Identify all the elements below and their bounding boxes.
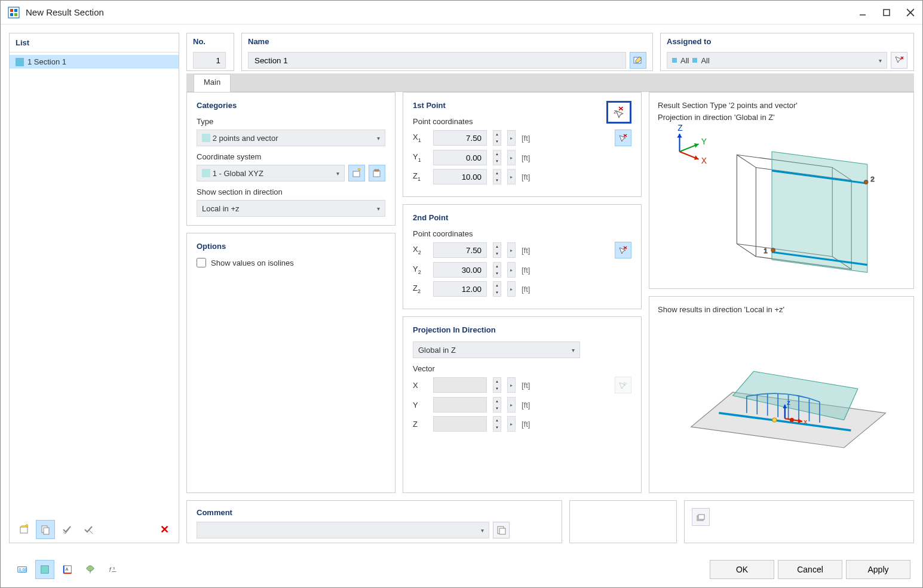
assigned-header: Assigned to	[661, 33, 913, 50]
new-item-button[interactable]	[14, 520, 33, 539]
no-field-box: No.	[186, 33, 234, 71]
p1-y-arrow[interactable]: ▸	[507, 150, 516, 165]
options-group: Options Show values on isolines	[186, 233, 395, 493]
close-button[interactable]	[906, 8, 915, 17]
point1-pick-in-view-button[interactable]: 2x	[606, 101, 631, 124]
check-button-2[interactable]	[79, 520, 98, 539]
assigned-swatch-1	[672, 58, 677, 63]
coord-lib-button[interactable]	[369, 165, 385, 181]
p2-y-input[interactable]	[433, 262, 487, 278]
empty-box	[569, 500, 677, 543]
name-field-box: Name	[241, 33, 653, 71]
name-edit-button[interactable]	[630, 52, 646, 69]
apply-button[interactable]: Apply	[846, 560, 910, 579]
vec-pick-button: 2x	[615, 377, 631, 393]
point1-sub: Point coordinates	[413, 117, 631, 126]
p1-x-spinner[interactable]: ▲▼	[493, 130, 501, 146]
tab-main[interactable]: Main	[194, 74, 231, 92]
p1-x-label: X1	[413, 133, 427, 143]
p2-x-arrow[interactable]: ▸	[507, 242, 516, 258]
projection-group: Projection In Direction Global in Z ▾ Ve…	[403, 316, 642, 493]
p2-y-arrow[interactable]: ▸	[507, 262, 516, 278]
maximize-button[interactable]	[882, 8, 891, 17]
preview-1-line1: Result Section Type '2 points and vector…	[658, 100, 905, 112]
svg-rect-4	[14, 13, 17, 16]
categories-title: Categories	[197, 101, 385, 110]
projection-value: Global in Z	[418, 346, 456, 355]
chevron-down-icon: ▾	[481, 527, 484, 534]
p2-z-spinner[interactable]: ▲▼	[493, 281, 501, 297]
p1-z-spinner[interactable]: ▲▼	[493, 169, 501, 184]
check-button-1[interactable]	[57, 520, 76, 539]
preview-1-line2: Projection in direction 'Global in Z'	[658, 112, 905, 124]
p1-y-input[interactable]	[433, 150, 487, 165]
p1-z-input[interactable]	[433, 169, 487, 184]
no-header: No.	[187, 33, 234, 50]
p1-x-input[interactable]	[433, 130, 487, 146]
vec-y-arrow: ▸	[507, 397, 516, 412]
p2-z-label: Z2	[413, 284, 427, 294]
minimize-button[interactable]	[858, 8, 867, 17]
svg-line-12	[89, 530, 93, 534]
p1-x-arrow[interactable]: ▸	[507, 130, 516, 146]
preview-1: Result Section Type '2 points and vector…	[649, 92, 914, 289]
p2-z-input[interactable]	[433, 281, 487, 297]
coord-system-select[interactable]: 1 - Global XYZ ▾	[197, 165, 345, 181]
projection-select[interactable]: Global in Z ▾	[413, 341, 580, 358]
no-input[interactable]	[193, 52, 226, 69]
comment-select[interactable]: ▾	[197, 522, 489, 538]
svg-text:1: 1	[763, 247, 768, 254]
name-input[interactable]	[248, 52, 626, 69]
p2-x-label: X2	[413, 245, 427, 255]
svg-point-67	[790, 417, 794, 421]
svg-text:2x: 2x	[623, 381, 627, 385]
tool-box-button[interactable]	[692, 508, 710, 526]
p2-x-spinner[interactable]: ▲▼	[493, 242, 501, 258]
delete-button[interactable]: ✕	[155, 520, 174, 539]
svg-rect-16	[353, 171, 360, 177]
name-header: Name	[242, 33, 652, 50]
units-button[interactable]: 0,00	[13, 560, 32, 579]
svg-rect-0	[8, 7, 19, 18]
list-item[interactable]: 1 Section 1	[10, 55, 179, 69]
comment-title: Comment	[197, 508, 552, 517]
assigned-select[interactable]: All All ▾	[667, 52, 887, 69]
p1-y-spinner[interactable]: ▲▼	[493, 150, 501, 165]
direction-select[interactable]: Local in +z ▾	[197, 200, 385, 217]
ok-button[interactable]: OK	[710, 560, 774, 579]
list-item-num: 1	[27, 57, 32, 66]
coord-new-button[interactable]	[348, 165, 365, 181]
view-mode-2-button[interactable]: A	[58, 560, 77, 579]
svg-rect-3	[10, 13, 13, 16]
svg-text:f: f	[109, 566, 112, 573]
svg-rect-69	[499, 528, 505, 534]
svg-marker-28	[677, 134, 682, 137]
preview-2-svg: z x	[649, 316, 913, 469]
p1-z-arrow[interactable]: ▸	[507, 169, 516, 184]
view-mode-4-button[interactable]: fx	[103, 560, 122, 579]
p2-y-spinner[interactable]: ▲▼	[493, 262, 501, 278]
svg-rect-18	[375, 170, 379, 171]
isolines-checkbox[interactable]	[197, 258, 206, 267]
delete-x-icon: ✕	[160, 523, 169, 536]
p2-pick-cursor-button[interactable]	[615, 242, 631, 258]
coord-system-label: Coordinate system	[197, 152, 385, 161]
type-select[interactable]: 2 points and vector ▾	[197, 130, 385, 146]
point1-group: 1st Point 2x Point coordinates X1 ▲▼ ▸ […	[403, 92, 642, 197]
view-mode-3-button[interactable]	[81, 560, 100, 579]
cancel-button[interactable]: Cancel	[778, 560, 842, 579]
p1-pick-cursor-button[interactable]	[615, 130, 631, 146]
direction-label: Show section in direction	[197, 187, 385, 196]
assigned-pick-button[interactable]	[891, 52, 907, 69]
assigned-val-1: All	[680, 56, 689, 65]
view-mode-1-button[interactable]	[35, 560, 54, 579]
copy-item-button[interactable]	[36, 520, 55, 539]
p2-z-arrow[interactable]: ▸	[507, 281, 516, 297]
comment-library-button[interactable]	[493, 522, 510, 538]
p2-x-input[interactable]	[433, 242, 487, 258]
svg-rect-2	[14, 9, 17, 12]
svg-text:A: A	[65, 567, 68, 572]
svg-rect-11	[44, 528, 49, 534]
p1-y-unit: [ft]	[522, 153, 538, 162]
p1-x-unit: [ft]	[522, 134, 538, 143]
